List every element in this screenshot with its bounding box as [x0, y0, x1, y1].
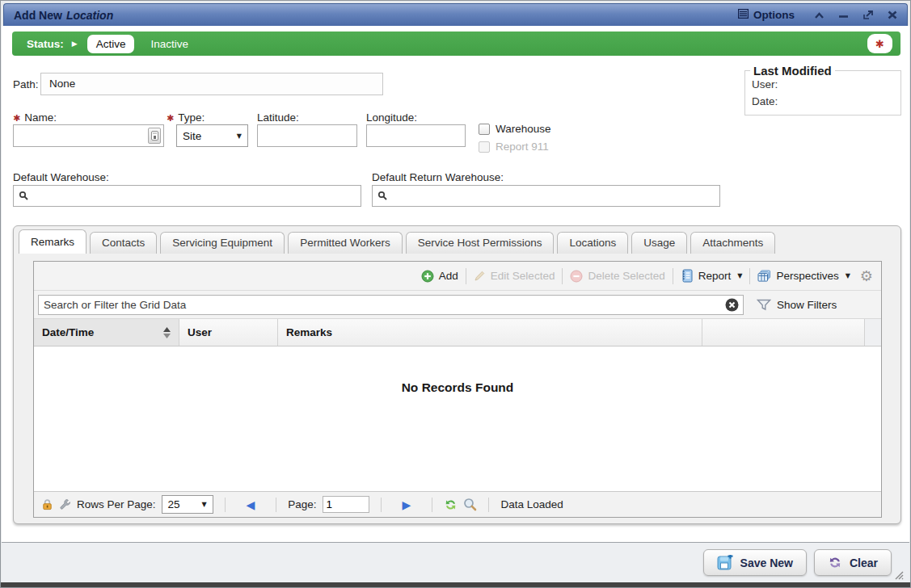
grid-search-wrap — [38, 295, 744, 315]
report911-checkbox — [479, 141, 490, 153]
asterisk-icon: ✱ — [875, 38, 884, 50]
path-label: Path: — [13, 78, 39, 90]
footer-bar: Save New Clear — [2, 542, 909, 582]
grid-toolbar: Add Edit Selected Delete Selected — [34, 262, 881, 291]
grid-search-row: Show Filters — [34, 291, 881, 318]
close-button[interactable] — [888, 10, 897, 19]
status-arrow-icon: ▶ — [72, 40, 78, 48]
lock-icon[interactable] — [41, 498, 53, 510]
search-icon — [377, 191, 388, 201]
window-title: Add New Location — [14, 9, 113, 22]
grid-settings-gear-icon[interactable]: ⚙ — [860, 269, 873, 284]
divider — [225, 498, 226, 512]
last-modified-panel: Last Modified User: Date: — [744, 64, 901, 116]
tab-contacts[interactable]: Contacts — [90, 232, 157, 254]
add-button[interactable]: Add — [421, 270, 458, 283]
type-select[interactable]: Site ▼ — [176, 124, 248, 147]
path-value-box: None — [40, 73, 383, 95]
tab-usage[interactable]: Usage — [631, 232, 687, 254]
required-marker-icon: ✱ — [167, 113, 174, 124]
previous-page-icon[interactable]: ◀ — [237, 498, 265, 511]
warehouse-checkbox[interactable] — [479, 124, 490, 135]
warehouse-checkbox-row: Warehouse — [479, 123, 551, 135]
clear-search-icon[interactable] — [725, 298, 739, 315]
column-header-empty — [702, 319, 865, 346]
default-return-warehouse-label: Default Return Warehouse: — [372, 171, 504, 183]
expand-text-icon[interactable] — [148, 128, 161, 144]
perspectives-button[interactable]: Perspectives ▼ — [757, 270, 850, 283]
minimize-button[interactable] — [838, 11, 849, 19]
chevron-down-icon: ▼ — [237, 132, 242, 140]
default-warehouse-input[interactable] — [13, 185, 361, 207]
status-inactive-option[interactable]: Inactive — [150, 38, 188, 50]
window-title-prefix: Add New — [14, 9, 62, 22]
latitude-input[interactable] — [257, 124, 357, 147]
rows-per-page-select[interactable]: 25 ▼ — [162, 495, 213, 514]
options-list-icon — [738, 9, 749, 21]
status-active-option[interactable]: Active — [87, 35, 135, 53]
name-input[interactable] — [13, 124, 164, 147]
tab-attachments[interactable]: Attachments — [690, 232, 775, 254]
resize-handle[interactable] — [892, 569, 904, 580]
wrench-icon[interactable] — [59, 498, 71, 510]
default-warehouse-field — [13, 185, 361, 207]
name-field-wrap — [13, 124, 164, 147]
tab-locations[interactable]: Locations — [557, 232, 628, 254]
last-modified-date-label: Date: — [745, 94, 900, 111]
show-filters-button[interactable]: Show Filters — [757, 299, 837, 311]
no-records-message: No Records Found — [34, 380, 881, 395]
add-icon — [421, 270, 434, 283]
divider — [466, 268, 466, 284]
pencil-icon — [474, 270, 486, 282]
zoom-search-icon[interactable] — [463, 498, 477, 511]
divider — [749, 268, 750, 284]
tab-servicing-equipment[interactable]: Servicing Equipment — [160, 232, 285, 254]
sort-icon — [163, 327, 171, 338]
page-number-input[interactable] — [323, 496, 369, 513]
perspectives-icon — [757, 270, 771, 283]
popout-button[interactable] — [862, 10, 874, 20]
tab-service-host-permissions[interactable]: Service Host Permissions — [406, 232, 555, 254]
clear-button[interactable]: Clear — [814, 549, 892, 576]
grid-pager: Rows Per Page: 25 ▼ ◀ Page: ▶ — [34, 491, 881, 517]
status-label: Status: — [27, 38, 64, 50]
column-header-remarks[interactable]: Remarks — [278, 319, 702, 346]
tab-remarks[interactable]: Remarks — [19, 229, 86, 254]
delete-selected-button: Delete Selected — [570, 270, 664, 283]
required-fields-button[interactable]: ✱ — [867, 34, 892, 53]
rows-per-page-value: 25 — [168, 498, 180, 510]
type-label: ✱Type: — [167, 111, 205, 124]
grid-header-row: Date/Time User Remarks — [34, 318, 881, 346]
longitude-label: Longitude: — [366, 111, 417, 124]
default-warehouse-label: Default Warehouse: — [13, 171, 109, 183]
page-label: Page: — [288, 498, 316, 510]
refresh-icon[interactable] — [444, 498, 458, 511]
longitude-input[interactable] — [366, 124, 466, 147]
column-header-datetime[interactable]: Date/Time — [34, 319, 179, 346]
default-return-warehouse-input[interactable] — [372, 185, 720, 207]
divider — [381, 498, 382, 512]
remarks-grid: Add Edit Selected Delete Selected — [33, 261, 882, 518]
grid-search-input[interactable] — [38, 295, 744, 315]
options-button[interactable]: Options — [738, 9, 795, 21]
tab-permitted-workers[interactable]: Permitted Workers — [288, 232, 403, 254]
tab-strip: Remarks Contacts Servicing Equipment Per… — [19, 229, 896, 254]
collapse-button[interactable] — [814, 11, 825, 19]
form-content: Status: ▶ Active Inactive ✱ Path: None L… — [2, 26, 909, 544]
grid-scroll-strip — [865, 319, 881, 346]
divider — [276, 498, 276, 512]
report911-checkbox-row: Report 911 — [479, 141, 549, 153]
report-button[interactable]: Report ▼ — [681, 269, 743, 283]
latitude-label: Latitude: — [257, 111, 299, 124]
type-select-value: Site — [183, 130, 201, 142]
title-bar: Add New Location Options — [3, 3, 908, 26]
next-page-icon[interactable]: ▶ — [393, 498, 421, 511]
report-icon — [681, 269, 694, 283]
chevron-down-icon: ▼ — [737, 272, 742, 279]
save-new-button[interactable]: Save New — [703, 549, 807, 576]
column-header-user[interactable]: User — [179, 319, 278, 346]
window-bottom-edge — [1, 582, 910, 587]
divider — [562, 268, 563, 284]
chevron-down-icon: ▼ — [201, 501, 206, 508]
pager-status-text: Data Loaded — [500, 498, 563, 510]
